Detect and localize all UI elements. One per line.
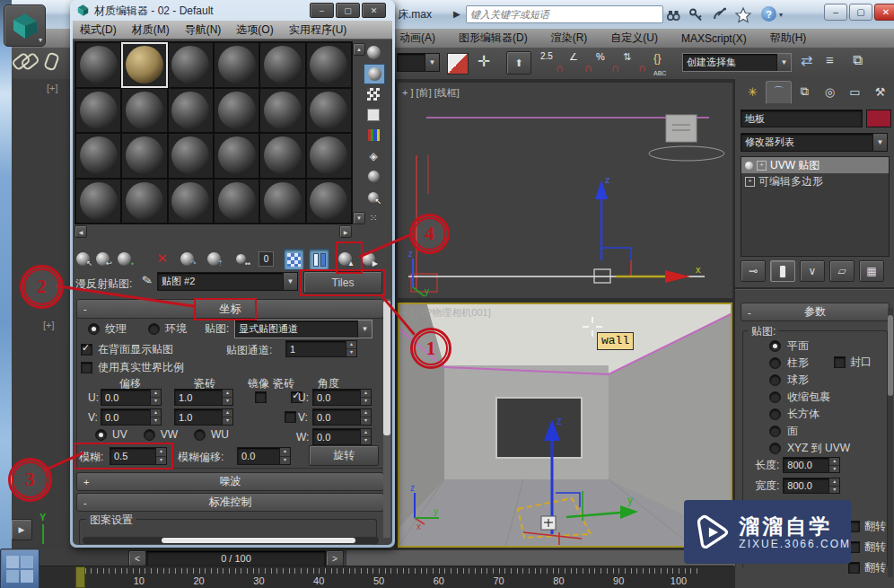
snaps-toggle-icon[interactable]: 2.5 ∩ bbox=[540, 51, 564, 75]
menu-item-5[interactable]: 帮助(H) bbox=[770, 31, 807, 46]
v-angle-field[interactable]: 0.0▴▾ bbox=[312, 408, 372, 426]
mateditor-horizontal-scrollbar[interactable] bbox=[83, 537, 379, 544]
make-unique-icon[interactable]: ⇡ bbox=[205, 249, 224, 268]
menu-item-2[interactable]: 渲染(R) bbox=[551, 31, 588, 46]
mateditor-menu-item-2[interactable]: 导航(N) bbox=[185, 22, 222, 38]
material-id-channel-icon[interactable]: 0 bbox=[257, 249, 276, 268]
remove-modifier-icon[interactable]: ▱ bbox=[829, 260, 855, 282]
communication-center-icon[interactable] bbox=[711, 6, 729, 24]
search-icon[interactable] bbox=[664, 6, 682, 24]
standard-controls-rollout-header[interactable]: -标准控制 bbox=[76, 493, 384, 512]
help-dropdown-caret-icon[interactable]: ▾ bbox=[779, 11, 783, 19]
mirror-icon[interactable]: ⇄ bbox=[801, 52, 812, 69]
select-by-material-icon[interactable]: ↖ bbox=[364, 188, 383, 206]
material-sample-slot-21[interactable] bbox=[214, 179, 259, 224]
show-end-result-icon[interactable] bbox=[309, 249, 329, 270]
menu-item-1[interactable]: 图形编辑器(D) bbox=[459, 31, 528, 46]
tab-motion[interactable]: ◎ bbox=[818, 81, 842, 102]
favorites-star-icon[interactable] bbox=[734, 6, 752, 24]
material-map-navigator-icon[interactable]: ⁙ bbox=[364, 208, 383, 227]
map-type-option-0[interactable]: 平面 bbox=[769, 338, 886, 355]
put-to-library-icon[interactable]: ▪▪ bbox=[232, 249, 250, 268]
front-viewport[interactable]: z x z y + ] [前] [线框] bbox=[398, 83, 732, 298]
palette-scroll-right-icon[interactable]: ▶ bbox=[339, 225, 352, 238]
menu-item-0[interactable]: 动画(A) bbox=[399, 31, 435, 46]
front-viewport-label[interactable]: + ] [前] [线框] bbox=[402, 86, 460, 100]
uv-radio[interactable] bbox=[95, 429, 107, 441]
expand-icon[interactable]: + bbox=[757, 161, 767, 171]
u-offset-field[interactable]: 0.0▴▾ bbox=[101, 389, 162, 406]
material-sample-slot-4[interactable] bbox=[259, 42, 305, 88]
timeline-ruler[interactable]: 0102030405060708090100 bbox=[39, 566, 734, 588]
get-material-icon[interactable]: ↖ bbox=[74, 249, 92, 268]
map-name-dropdown[interactable]: 贴图 #2▼ bbox=[157, 272, 298, 291]
map-type-radio[interactable] bbox=[769, 357, 781, 369]
map-type-radio[interactable] bbox=[769, 374, 781, 386]
layer-manager-icon[interactable]: ⧉ bbox=[853, 52, 863, 68]
parameters-rollout-header[interactable]: -参数 bbox=[741, 303, 890, 321]
map-type-option-5[interactable]: 面 bbox=[769, 423, 886, 440]
map-type-option-2[interactable]: 球形 bbox=[769, 372, 886, 389]
material-sample-slot-17[interactable] bbox=[306, 133, 352, 179]
left-viewport-label[interactable]: [+] bbox=[43, 320, 55, 330]
show-map-on-back-checkbox[interactable] bbox=[81, 344, 92, 355]
expand-tray-button[interactable]: ▶ bbox=[11, 519, 32, 540]
make-material-copy-icon[interactable]: ↷ bbox=[178, 249, 197, 268]
main-maximize-button[interactable]: ▢ bbox=[849, 4, 872, 21]
align-icon[interactable]: ≡ bbox=[826, 52, 834, 67]
length-field[interactable]: 800.0▴▾ bbox=[783, 457, 840, 473]
main-minimize-button[interactable]: – bbox=[824, 4, 847, 21]
configure-modifier-sets-icon[interactable]: ▦ bbox=[859, 260, 884, 282]
material-sample-slot-2[interactable] bbox=[168, 42, 214, 88]
map-type-radio[interactable] bbox=[769, 443, 781, 454]
u-angle-field[interactable]: 0.0▴▾ bbox=[312, 389, 372, 406]
angle-snap-icon[interactable]: ∠ ∩ bbox=[569, 51, 592, 75]
tab-modify[interactable]: ⌒ bbox=[766, 81, 792, 104]
expand-icon[interactable]: + bbox=[745, 177, 755, 187]
pin-stack-icon[interactable]: ⊸ bbox=[741, 260, 766, 282]
vw-radio[interactable] bbox=[144, 429, 155, 441]
material-sample-slot-7[interactable] bbox=[121, 88, 167, 134]
material-sample-slot-8[interactable] bbox=[168, 88, 214, 134]
mateditor-menu-item-4[interactable]: 实用程序(U) bbox=[289, 22, 347, 38]
flip-w-checkbox[interactable] bbox=[848, 562, 860, 574]
track-bar[interactable] bbox=[346, 549, 736, 567]
mateditor-maximize-button[interactable]: ▢ bbox=[336, 3, 360, 18]
map-type-option-4[interactable]: 长方体 bbox=[769, 406, 886, 423]
mateditor-close-button[interactable]: ✕ bbox=[362, 3, 386, 18]
reset-map-icon[interactable]: ✕ bbox=[153, 249, 171, 268]
v-offset-field[interactable]: 0.0▴▾ bbox=[101, 408, 162, 426]
v-tiling-field[interactable]: 1.0▴▾ bbox=[174, 408, 233, 426]
material-sample-slot-13[interactable] bbox=[121, 133, 167, 179]
main-close-button[interactable]: ✕ bbox=[874, 4, 894, 21]
material-sample-slot-22[interactable] bbox=[259, 179, 305, 224]
material-sample-slot-1[interactable] bbox=[121, 42, 167, 88]
width-field[interactable]: 800.0▴▾ bbox=[783, 478, 840, 494]
material-sample-slot-9[interactable] bbox=[214, 88, 259, 134]
environment-radio[interactable] bbox=[148, 323, 160, 335]
u-mirror-checkbox[interactable] bbox=[255, 391, 267, 403]
material-editor-title-bar[interactable]: 材质编辑器 - 02 - Default – ▢ ✕ bbox=[70, 0, 395, 21]
unlink-selection-icon[interactable] bbox=[43, 56, 60, 70]
time-slider-marker[interactable] bbox=[75, 566, 85, 588]
map-type-option-6[interactable]: XYZ 到 UVW bbox=[769, 440, 886, 457]
helper-cube[interactable] bbox=[666, 115, 697, 142]
palette-scroll-left-icon[interactable]: ◀ bbox=[74, 225, 87, 238]
perspective-viewport-label[interactable]: + ] [VP物理相机001] bbox=[402, 306, 491, 320]
mateditor-menu-item-3[interactable]: 选项(O) bbox=[236, 22, 273, 38]
material-sample-slot-0[interactable] bbox=[75, 42, 121, 88]
search-input[interactable] bbox=[466, 5, 663, 23]
video-color-check-icon[interactable] bbox=[364, 126, 383, 145]
show-map-in-viewport-icon[interactable] bbox=[284, 249, 304, 270]
left-viewport-label[interactable]: [+] bbox=[47, 83, 58, 93]
material-sample-slot-19[interactable] bbox=[121, 179, 167, 224]
select-and-manipulate-icon[interactable]: ✛ bbox=[478, 52, 490, 71]
v-mirror-checkbox[interactable] bbox=[285, 411, 296, 423]
material-sample-slot-12[interactable] bbox=[75, 133, 121, 179]
use-real-world-checkbox[interactable] bbox=[81, 362, 92, 373]
map-type-option-3[interactable]: 收缩包裹 bbox=[769, 389, 886, 406]
material-sample-slot-20[interactable] bbox=[168, 179, 214, 224]
use-pivot-point-icon[interactable]: ⬆ bbox=[506, 51, 531, 75]
options-icon[interactable] bbox=[364, 167, 383, 186]
material-sample-slot-14[interactable] bbox=[168, 133, 214, 179]
